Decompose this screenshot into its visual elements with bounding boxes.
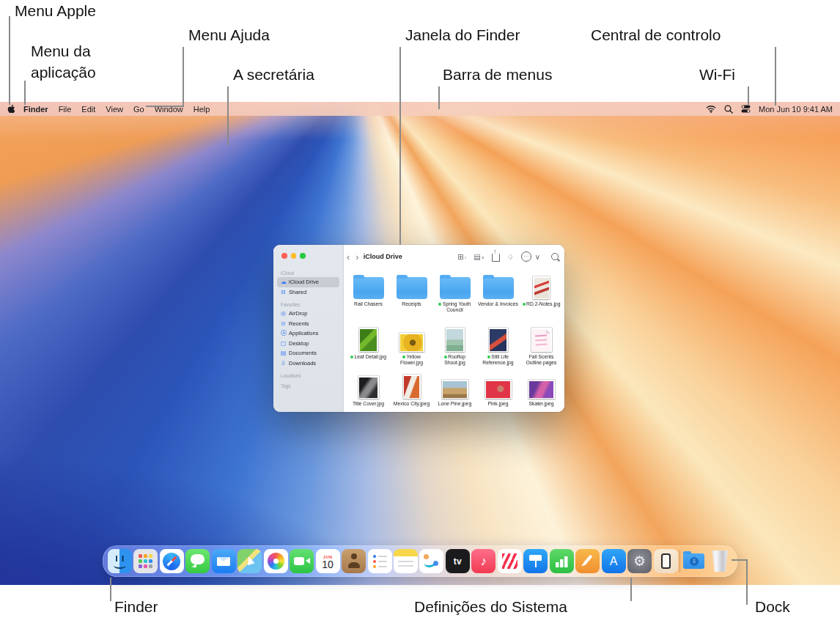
dock-item-numbers[interactable] [550, 549, 574, 573]
sidebar-item-documents[interactable]: ▤Documents [277, 348, 339, 358]
file-item[interactable]: Pink.jpeg [476, 375, 520, 412]
file-item[interactable]: Rooftop Shoot.jpg [433, 325, 476, 375]
dock-item-messages[interactable] [185, 549, 210, 573]
callout-help-menu: Menu Ajuda [188, 26, 270, 44]
file-item[interactable]: Mexico City.jpeg [390, 375, 433, 412]
file-name: Title Cover.jpg [353, 401, 384, 407]
callout-line-wifi [748, 86, 749, 105]
sidebar-item-applications[interactable]: ⒶApplications [277, 328, 339, 339]
sidebar-item-airdrop[interactable]: ◎AirDrop [277, 309, 339, 319]
file-item[interactable]: Receipts [390, 271, 433, 325]
trash-icon [711, 550, 729, 572]
sync-status-dot [350, 356, 353, 358]
dock-item-calendar[interactable]: JUN10 [316, 549, 340, 573]
zoom-button[interactable] [300, 253, 306, 259]
search-icon[interactable] [551, 253, 559, 260]
image-thumbnail [403, 375, 421, 399]
view-switcher-button[interactable]: ⊞↕ [457, 253, 466, 261]
dock-item-music[interactable]: ♪ [471, 549, 495, 573]
tv-icon: tv [454, 556, 462, 567]
callout-menu-bar: Barra de menus [443, 66, 552, 84]
dock-item-system-settings[interactable]: ⚙ [627, 549, 652, 573]
file-item[interactable]: Leaf Detail.jpg [347, 325, 390, 375]
sidebar-header-icloud: iCloud [281, 270, 343, 276]
wifi-icon[interactable] [706, 105, 716, 113]
dock-item-app-store[interactable]: A [602, 549, 626, 573]
finder-sidebar: iCloud ☁iCloud Drive ⊟Shared Favorites ◎… [273, 245, 344, 412]
control-center-icon[interactable] [741, 105, 751, 113]
menu-item-view[interactable]: View [100, 105, 128, 114]
dock-item-downloads[interactable]: ⇩ [682, 549, 706, 573]
file-item[interactable]: Rail Chasers [347, 271, 390, 325]
forward-button[interactable]: › [353, 251, 361, 262]
window-title: iCloud Drive [364, 253, 402, 260]
group-by-button[interactable]: ▤∨ [474, 253, 484, 261]
dock-item-photos[interactable] [264, 549, 288, 573]
menubar-clock[interactable]: Mon Jun 10 9:41 AM [759, 105, 833, 114]
file-item[interactable]: Spring Youth Council [433, 271, 476, 325]
menu-item-finder[interactable]: Finder [18, 105, 54, 114]
callout-control-center: Central de controlo [591, 26, 721, 44]
file-name: Vendor & Invoices [478, 301, 518, 307]
spotlight-search-icon[interactable] [724, 105, 733, 114]
dock-item-notes[interactable] [394, 549, 418, 573]
dock-item-freeform[interactable] [419, 549, 443, 573]
sync-status-dot [402, 356, 405, 358]
sidebar-item-downloads[interactable]: ⇩Downloads [277, 358, 339, 369]
callout-dock: Dock [755, 598, 790, 616]
callout-line-control-center [775, 47, 776, 106]
tags-button[interactable]: ♢ [507, 253, 514, 261]
sync-status-dot [444, 356, 447, 358]
dock-item-trash[interactable] [708, 549, 732, 573]
image-thumbnail [533, 276, 550, 299]
sidebar-header-favorites: Favorites [281, 302, 343, 307]
dock-item-safari[interactable] [160, 549, 184, 573]
cloud-icon: ☁ [281, 279, 289, 285]
sidebar-item-recents[interactable]: ⊙Recents [277, 319, 339, 329]
back-button[interactable]: ‹ [344, 251, 353, 262]
more-actions-button[interactable]: ⋯ [521, 251, 531, 262]
file-item[interactable]: Title Cover.jpg [347, 375, 390, 412]
dock-item-pages[interactable] [575, 549, 600, 573]
callout-finder-window: Janela do Finder [405, 26, 520, 44]
sidebar-item-shared[interactable]: ⊟Shared [277, 287, 339, 298]
menu-item-help[interactable]: Help [188, 105, 215, 114]
apple-menu[interactable] [7, 104, 18, 114]
folder-icon [483, 277, 514, 299]
dock-item-reminders[interactable] [368, 549, 392, 573]
callout-line-menu-bar [438, 86, 440, 109]
sidebar-item-desktop[interactable]: ▢Desktop [277, 339, 339, 349]
dock-item-mail[interactable] [212, 549, 236, 573]
callout-desktop: A secretária [233, 66, 314, 84]
file-name: Rooftop Shoot.jpg [434, 354, 476, 366]
sidebar-item-icloud-drive[interactable]: ☁iCloud Drive [277, 277, 339, 287]
file-name: Spring Youth Council [434, 301, 476, 313]
sidebar-item-label: Documents [289, 350, 317, 356]
image-thumbnail [399, 333, 424, 352]
file-item[interactable]: RD.2-Notes.jpg [520, 271, 563, 325]
dock-item-keynote[interactable] [523, 549, 548, 573]
dock-item-news[interactable] [498, 549, 522, 573]
file-name: RD.2-Notes.jpg [523, 301, 561, 307]
dock-item-iphone-mirroring[interactable] [654, 549, 678, 573]
file-item[interactable]: Skater.jpeg [520, 375, 563, 412]
image-thumbnail [442, 380, 468, 399]
close-button[interactable] [281, 253, 287, 259]
dock-item-finder[interactable] [108, 549, 132, 573]
dock-item-maps[interactable] [237, 549, 262, 573]
dock-item-contacts[interactable] [342, 549, 366, 573]
menu-item-file[interactable]: File [54, 105, 77, 114]
menu-item-edit[interactable]: Edit [76, 105, 100, 114]
dock-item-facetime[interactable] [290, 549, 314, 573]
file-item[interactable]: Still Life Reference.jpg [476, 325, 520, 375]
file-item[interactable]: Fall Scents Outline.pages [520, 325, 563, 375]
dock-item-apple-tv[interactable]: tv [446, 549, 470, 573]
finder-content: ‹ › iCloud Drive ⊞↕ ▤∨ ↑ ♢ ⋯ ∨ Rail Chas… [344, 245, 564, 412]
share-button[interactable]: ↑ [492, 254, 500, 262]
minimize-button[interactable] [291, 253, 297, 259]
callout-line-finder-window [399, 47, 401, 245]
file-item[interactable]: Vendor & Invoices [476, 271, 520, 325]
file-item[interactable]: Lone Pine.jpeg [433, 375, 476, 412]
file-item[interactable]: Yellow Flower.jpg [390, 325, 433, 375]
dock-item-launchpad[interactable] [133, 549, 158, 573]
